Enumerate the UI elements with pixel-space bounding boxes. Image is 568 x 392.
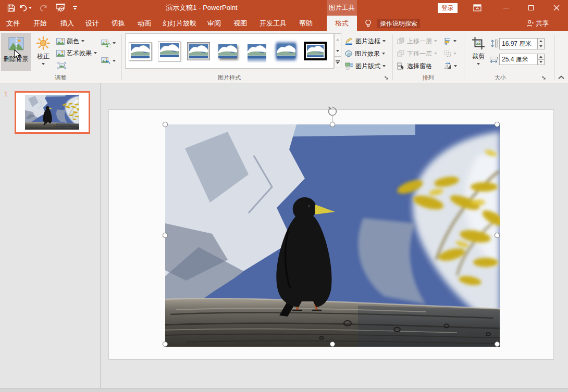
style-metal-frame[interactable] [186,35,212,67]
tab-transitions[interactable]: 切换 [109,16,127,31]
tab-home[interactable]: 开始 [31,16,49,31]
resize-handle-top-left[interactable] [163,122,168,127]
shape-height-spinner[interactable] [537,38,545,49]
change-picture-button[interactable] [100,37,117,49]
tab-view[interactable]: 视图 [231,16,249,31]
style-drop-shadow[interactable] [215,35,241,67]
redo-icon [39,3,48,13]
ribbon-display-options-icon[interactable] [467,0,488,16]
shape-width-icon [489,56,498,66]
align-button[interactable] [442,35,458,47]
sign-in-button[interactable]: 登录 [438,3,458,13]
window-title: 演示文稿1 - PowerPoint [150,0,254,16]
rotate-icon [443,62,452,70]
tab-help[interactable]: 帮助 [297,16,315,31]
person-icon [526,20,534,27]
picture-border-icon [345,37,353,45]
gallery-scroll-up[interactable] [334,33,341,45]
rotate-caret [454,65,457,67]
resize-handle-bottom-center[interactable] [330,342,335,347]
customize-qat-icon[interactable] [72,3,78,13]
picture-layout-icon [345,62,353,70]
resize-handle-bottom-right[interactable] [495,342,500,347]
picture-styles-gallery [125,33,334,69]
picture-styles-dialog-launcher-icon[interactable] [385,74,390,83]
save-icon[interactable] [6,3,16,13]
tell-me-search-input[interactable]: 操作说明搜索 [377,19,420,28]
send-backward-caret [434,53,437,55]
picture-border-button[interactable]: 图片边框 [344,35,387,47]
group-separator [464,34,464,80]
tab-animations[interactable]: 动画 [135,16,153,31]
group-separator [392,34,393,80]
send-backward-icon [397,50,405,57]
width-spin-up[interactable] [537,54,545,59]
ribbon: 删除背景 校正 颜色 艺术效果 [0,31,568,83]
resize-handle-bottom-left[interactable] [163,342,168,347]
gallery-scroll-down[interactable] [334,45,341,57]
color-button[interactable]: 颜色 [55,35,85,47]
resize-handle-middle-left[interactable] [163,233,168,238]
selection-pane-button[interactable]: 选择窗格 [396,60,433,72]
size-dialog-launcher-icon[interactable] [542,74,547,83]
picture-layout-button[interactable]: 图片版式 [344,60,387,72]
picture-effects-button[interactable]: 图片效果 [344,48,386,59]
selected-picture[interactable] [165,124,500,347]
rotate-handle[interactable] [327,106,338,119]
style-reflected[interactable] [244,35,270,67]
corrections-label: 校正 [37,52,50,61]
shape-width-input[interactable]: 25.4 厘米 [499,54,538,65]
resize-handle-top-right[interactable] [495,122,500,127]
tab-insert[interactable]: 插入 [58,16,76,31]
rotate-button[interactable] [442,60,458,72]
color-label: 颜色 [67,37,79,46]
bring-forward-label: 上移一层 [407,37,432,46]
style-frame-black[interactable] [302,35,328,67]
change-picture-icon [101,40,110,47]
artistic-effects-button[interactable]: 艺术效果 [55,47,98,59]
undo-dropdown-caret[interactable] [28,3,32,13]
tab-developer[interactable]: 开发工具 [257,16,289,31]
start-slideshow-icon[interactable] [54,3,67,13]
compress-picture-button[interactable] [56,60,67,71]
style-beveled-matte-white[interactable] [156,35,182,67]
resize-handle-middle-right[interactable] [495,233,500,238]
collapse-ribbon-icon[interactable] [558,73,565,82]
minimize-button[interactable] [495,0,517,16]
tab-file[interactable]: 文件 [4,16,22,31]
corrections-button[interactable]: 校正 [32,33,54,71]
gallery-more-button[interactable] [334,56,341,68]
tab-format-active[interactable]: 格式 [327,16,357,31]
mouse-cursor [14,49,22,62]
artistic-effects-icon [56,50,65,57]
color-icon [56,38,65,45]
slide-canvas[interactable] [108,109,554,360]
undo-icon[interactable] [19,3,28,13]
tab-review[interactable]: 审阅 [205,16,223,31]
width-spin-down[interactable] [537,59,545,66]
shape-height-input[interactable]: 16.97 厘米 [499,38,538,49]
group-objects-caret [453,53,456,55]
group-objects-icon [443,50,451,57]
shape-width-spinner[interactable] [537,54,545,65]
tab-slideshow[interactable]: 幻灯片放映 [160,16,199,31]
contextual-tool-header: 图片工具 [327,0,357,16]
resize-handle-top-center[interactable] [330,122,335,127]
horizontal-scrollbar-track[interactable] [0,388,568,392]
compress-picture-icon [57,62,66,69]
close-button[interactable] [545,0,568,16]
tab-design[interactable]: 设计 [83,16,101,31]
crop-button[interactable]: 裁剪 [468,33,489,71]
style-soft-edge[interactable] [273,35,299,67]
share-button[interactable]: 共享 [526,16,549,31]
maximize-button[interactable] [520,0,542,16]
slide-thumbnail-panel: 1 [0,83,101,388]
size-group-label: 大小 [479,74,521,82]
reset-picture-button[interactable] [100,55,117,67]
bring-forward-caret [434,40,437,42]
slide-thumbnail-1[interactable] [15,91,90,134]
height-spin-down[interactable] [537,44,545,50]
height-spin-up[interactable] [537,38,545,44]
bring-forward-button: 上移一层 [396,35,438,47]
style-simple-frame-white[interactable] [127,35,153,67]
